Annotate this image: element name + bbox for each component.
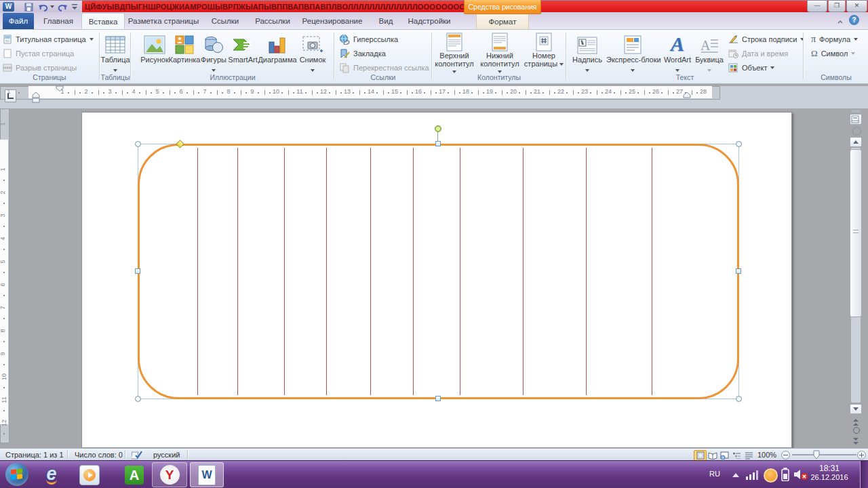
resize-handle-right[interactable] (736, 268, 741, 274)
shape-divider-line[interactable] (370, 148, 371, 395)
screenshot-button[interactable]: Снимок (296, 31, 329, 73)
start-button[interactable] (5, 463, 28, 486)
shape-divider-line[interactable] (652, 148, 652, 395)
clipart-button[interactable]: Картинка (167, 31, 202, 73)
redo-button[interactable] (57, 2, 68, 12)
blank-page-button[interactable]: Пустая страница (3, 47, 74, 60)
date-time-button[interactable]: Дата и время (728, 47, 788, 60)
shape-divider-line[interactable] (237, 148, 238, 395)
resize-handle-bottom-right[interactable] (736, 396, 742, 402)
taskbar-word[interactable]: W (190, 462, 224, 487)
wordart-button[interactable]: A WordArt (662, 31, 693, 73)
word-logo-icon[interactable]: W (3, 2, 14, 12)
qat-customize-icon[interactable] (72, 2, 78, 12)
shape-divider-line[interactable] (326, 148, 327, 395)
taskbar-abbyy-app[interactable]: A (121, 462, 148, 487)
taskbar-internet-explorer[interactable]: e (38, 462, 65, 487)
first-line-indent-marker[interactable] (56, 85, 64, 92)
view-print-layout-button[interactable] (694, 450, 707, 461)
save-button[interactable] (24, 2, 33, 12)
tab-page-layout[interactable]: Разметка страницы (126, 13, 201, 29)
tab-format[interactable]: Формат (476, 13, 529, 29)
cover-page-button[interactable]: Титульная страница (3, 33, 94, 46)
tray-network-icon[interactable] (746, 469, 760, 483)
header-button[interactable]: Верхний колонтитул (433, 31, 475, 73)
split-handle[interactable] (851, 110, 861, 113)
tab-home[interactable]: Главная (37, 13, 80, 29)
zoom-level[interactable]: 100% (757, 451, 776, 459)
shapes-button[interactable]: Фигуры (199, 31, 229, 73)
tray-show-hidden-icons[interactable] (732, 473, 739, 477)
taskbar-media-player[interactable] (76, 462, 103, 487)
shape-divider-line[interactable] (284, 148, 285, 395)
tab-references[interactable]: Ссылки (203, 13, 247, 29)
page-break-button[interactable]: Разрыв страницы (3, 61, 77, 75)
symbol-button[interactable]: Ω Символ (811, 47, 855, 60)
rotation-handle[interactable] (435, 125, 441, 132)
language-status[interactable]: русский (153, 451, 180, 459)
tab-view[interactable]: Вид (370, 13, 401, 29)
minimize-button[interactable]: — (807, 1, 827, 12)
rounded-rectangle-shape[interactable] (138, 144, 739, 399)
signature-line-button[interactable]: Строка подписи (728, 33, 804, 46)
show-desktop-button[interactable] (860, 461, 868, 488)
shape-divider-line[interactable] (523, 148, 524, 395)
help-button[interactable]: ? (849, 15, 859, 25)
scroll-up-button[interactable] (850, 137, 862, 147)
hanging-indent-marker[interactable] (32, 92, 40, 103)
chart-button[interactable]: Диаграмма (256, 31, 298, 73)
shape-divider-line[interactable] (197, 148, 198, 395)
cross-reference-button[interactable]: Перекрестная ссылка (339, 61, 429, 75)
restore-button[interactable]: ❐ (828, 1, 846, 12)
vertical-ruler[interactable]: 1 123456789101112 (0, 108, 9, 443)
tray-battery-icon[interactable] (781, 468, 789, 484)
textbox-button[interactable]: Надпись (571, 31, 604, 73)
collapse-ribbon-icon[interactable] (837, 16, 844, 23)
undo-button[interactable] (38, 2, 54, 12)
horizontal-ruler[interactable]: 1 12345678910111213141516171819202122232… (0, 86, 720, 100)
taskbar-yandex-browser[interactable]: Y (152, 462, 187, 487)
zoom-slider-track[interactable] (792, 454, 856, 455)
shape-divider-line[interactable] (413, 148, 414, 395)
scrollbar-thumb[interactable] (850, 149, 862, 317)
picture-button[interactable]: Рисунок (138, 31, 171, 73)
shape-divider-line[interactable] (460, 148, 460, 395)
zoom-slider-thumb[interactable] (813, 450, 820, 460)
resize-handle-top-left[interactable] (135, 141, 141, 147)
tab-mailings[interactable]: Рассылки (250, 13, 296, 29)
view-ruler-toggle-button[interactable] (850, 114, 862, 125)
object-button[interactable]: Объект (728, 61, 774, 75)
tray-clock[interactable]: 18:31 26.12.2016 (808, 464, 850, 481)
footer-button[interactable]: Нижний колонтитул (479, 31, 521, 73)
spellcheck-status-icon[interactable] (132, 450, 142, 461)
select-browse-object-button[interactable] (853, 427, 860, 434)
table-button[interactable]: Таблица (100, 31, 130, 73)
view-web-layout-button[interactable] (718, 450, 731, 461)
resize-handle-bottom-left[interactable] (135, 396, 141, 402)
word-count-status[interactable]: Число слов: 0 (75, 451, 123, 459)
shape-divider-line[interactable] (586, 148, 587, 395)
equation-button[interactable]: π Формула (811, 33, 858, 46)
tab-review[interactable]: Рецензирование (298, 13, 366, 29)
bookmark-button[interactable]: Закладка (339, 47, 386, 60)
resize-handle-bottom[interactable] (435, 396, 441, 401)
quick-parts-button[interactable]: Экспресс-блоки (606, 31, 659, 73)
tray-language-indicator[interactable]: RU (709, 470, 720, 478)
resize-handle-top[interactable] (435, 141, 441, 146)
resize-handle-top-right[interactable] (736, 141, 742, 147)
zoom-in-button[interactable] (857, 451, 866, 460)
right-indent-marker[interactable] (683, 92, 691, 98)
resize-handle-left[interactable] (135, 268, 140, 274)
page-number-button[interactable]: Номер страницы (524, 31, 564, 73)
view-fullscreen-reading-button[interactable] (706, 450, 719, 461)
tray-volume-muted-icon[interactable] (793, 468, 808, 483)
hyperlink-button[interactable]: Гиперссылка (339, 33, 398, 46)
view-draft-button[interactable] (743, 450, 755, 461)
view-outline-button[interactable] (730, 450, 743, 461)
zoom-out-button[interactable] (781, 451, 790, 460)
tray-app-icon[interactable] (764, 468, 778, 483)
tab-file[interactable]: Файл (3, 13, 34, 29)
tab-addins[interactable]: Надстройки (404, 13, 454, 29)
undo-dropdown-icon[interactable] (50, 5, 54, 8)
close-button[interactable]: ✕ (846, 1, 867, 12)
